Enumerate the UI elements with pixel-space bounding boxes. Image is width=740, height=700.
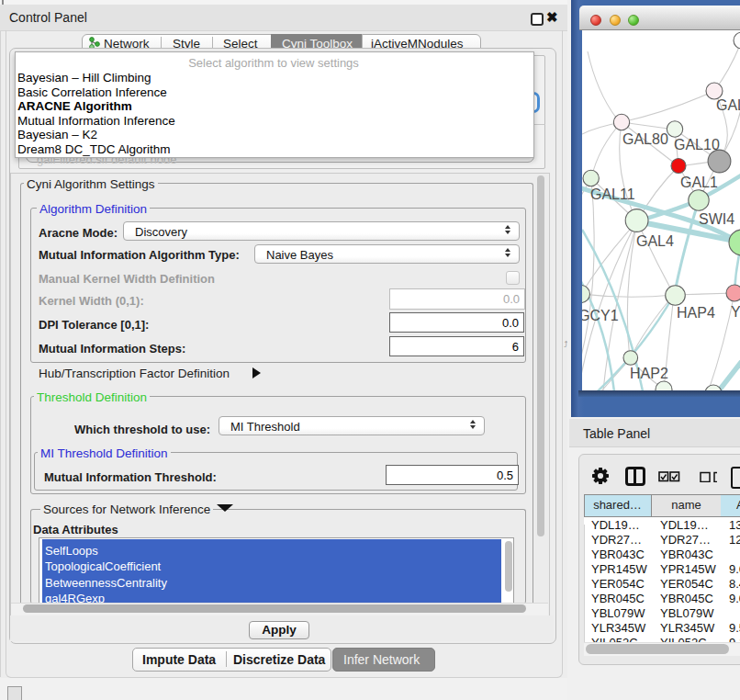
svg-text:GAL4: GAL4 xyxy=(636,233,674,249)
svg-text:GAL80: GAL80 xyxy=(622,131,668,147)
svg-text:GAL10: GAL10 xyxy=(674,137,720,152)
svg-text:GAL2: GAL2 xyxy=(716,97,740,113)
svg-text:HAP4: HAP4 xyxy=(677,305,715,321)
svg-text:SWI4: SWI4 xyxy=(699,211,734,227)
svg-text:HAP2: HAP2 xyxy=(630,366,668,381)
svg-text:GAL1: GAL1 xyxy=(680,175,718,190)
svg-text:GCY1: GCY1 xyxy=(582,308,619,323)
svg-text:Y: Y xyxy=(731,304,740,320)
svg-text:GAL11: GAL11 xyxy=(590,186,635,202)
